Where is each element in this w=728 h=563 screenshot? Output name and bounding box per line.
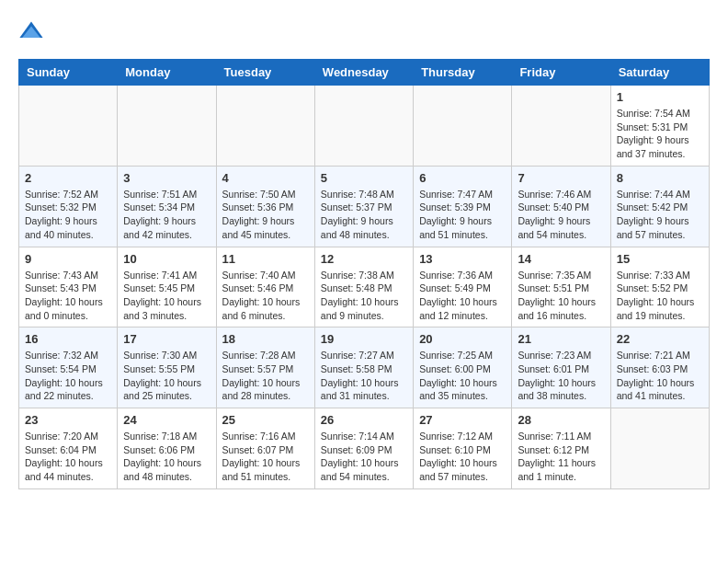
- calendar-day-cell: 12Sunrise: 7:38 AM Sunset: 5:48 PM Dayli…: [314, 247, 413, 327]
- calendar-day-cell: 5Sunrise: 7:48 AM Sunset: 5:37 PM Daylig…: [314, 166, 413, 247]
- calendar-day-cell: 21Sunrise: 7:23 AM Sunset: 6:01 PM Dayli…: [512, 327, 610, 408]
- day-number: 1: [617, 90, 703, 104]
- day-number: 21: [518, 332, 604, 346]
- day-number: 16: [25, 332, 111, 346]
- day-number: 9: [25, 252, 111, 266]
- day-info: Sunrise: 7:35 AM Sunset: 5:51 PM Dayligh…: [518, 269, 604, 323]
- calendar-day-cell: [118, 86, 216, 167]
- day-info: Sunrise: 7:16 AM Sunset: 6:07 PM Dayligh…: [222, 430, 309, 484]
- logo: [18, 18, 48, 44]
- calendar-week-row: 9Sunrise: 7:43 AM Sunset: 5:43 PM Daylig…: [19, 247, 710, 327]
- day-info: Sunrise: 7:32 AM Sunset: 5:54 PM Dayligh…: [25, 349, 111, 403]
- weekday-header-monday: Monday: [118, 60, 216, 86]
- day-info: Sunrise: 7:44 AM Sunset: 5:42 PM Dayligh…: [617, 188, 703, 242]
- day-number: 13: [419, 252, 506, 266]
- day-number: 14: [518, 252, 604, 266]
- day-info: Sunrise: 7:52 AM Sunset: 5:32 PM Dayligh…: [25, 188, 111, 242]
- calendar-day-cell: [19, 86, 118, 167]
- day-number: 6: [419, 171, 506, 185]
- day-number: 24: [123, 413, 210, 427]
- calendar-day-cell: 17Sunrise: 7:30 AM Sunset: 5:55 PM Dayli…: [118, 327, 216, 408]
- day-info: Sunrise: 7:38 AM Sunset: 5:48 PM Dayligh…: [321, 269, 407, 323]
- calendar-week-row: 16Sunrise: 7:32 AM Sunset: 5:54 PM Dayli…: [19, 327, 710, 408]
- calendar-day-cell: [512, 86, 610, 167]
- day-info: Sunrise: 7:48 AM Sunset: 5:37 PM Dayligh…: [321, 188, 407, 242]
- day-number: 20: [419, 332, 506, 346]
- day-number: 2: [25, 171, 111, 185]
- calendar-header-row: SundayMondayTuesdayWednesdayThursdayFrid…: [19, 60, 710, 86]
- day-info: Sunrise: 7:43 AM Sunset: 5:43 PM Dayligh…: [25, 269, 111, 323]
- day-info: Sunrise: 7:51 AM Sunset: 5:34 PM Dayligh…: [123, 188, 210, 242]
- calendar-day-cell: 24Sunrise: 7:18 AM Sunset: 6:06 PM Dayli…: [118, 408, 216, 489]
- calendar-day-cell: 10Sunrise: 7:41 AM Sunset: 5:45 PM Dayli…: [118, 247, 216, 327]
- calendar-day-cell: 15Sunrise: 7:33 AM Sunset: 5:52 PM Dayli…: [610, 247, 709, 327]
- calendar-table: SundayMondayTuesdayWednesdayThursdayFrid…: [18, 59, 710, 489]
- day-info: Sunrise: 7:33 AM Sunset: 5:52 PM Dayligh…: [617, 269, 703, 323]
- calendar-day-cell: 9Sunrise: 7:43 AM Sunset: 5:43 PM Daylig…: [19, 247, 118, 327]
- calendar-day-cell: 2Sunrise: 7:52 AM Sunset: 5:32 PM Daylig…: [19, 166, 118, 247]
- day-number: 3: [123, 171, 210, 185]
- day-number: 7: [518, 171, 604, 185]
- day-info: Sunrise: 7:47 AM Sunset: 5:39 PM Dayligh…: [419, 188, 506, 242]
- weekday-header-wednesday: Wednesday: [314, 60, 413, 86]
- calendar-day-cell: 28Sunrise: 7:11 AM Sunset: 6:12 PM Dayli…: [512, 408, 610, 489]
- day-info: Sunrise: 7:40 AM Sunset: 5:46 PM Dayligh…: [222, 269, 309, 323]
- day-number: 4: [222, 171, 309, 185]
- day-number: 17: [123, 332, 210, 346]
- day-info: Sunrise: 7:28 AM Sunset: 5:57 PM Dayligh…: [222, 349, 309, 403]
- day-number: 25: [222, 413, 309, 427]
- calendar-day-cell: [414, 86, 512, 167]
- day-number: 15: [617, 252, 703, 266]
- calendar-day-cell: 25Sunrise: 7:16 AM Sunset: 6:07 PM Dayli…: [216, 408, 314, 489]
- calendar-day-cell: 3Sunrise: 7:51 AM Sunset: 5:34 PM Daylig…: [118, 166, 216, 247]
- day-number: 22: [617, 332, 703, 346]
- day-number: 10: [123, 252, 210, 266]
- day-info: Sunrise: 7:18 AM Sunset: 6:06 PM Dayligh…: [123, 430, 210, 484]
- day-info: Sunrise: 7:54 AM Sunset: 5:31 PM Dayligh…: [617, 107, 703, 161]
- calendar-day-cell: 26Sunrise: 7:14 AM Sunset: 6:09 PM Dayli…: [314, 408, 413, 489]
- day-number: 18: [222, 332, 309, 346]
- calendar-day-cell: 7Sunrise: 7:46 AM Sunset: 5:40 PM Daylig…: [512, 166, 610, 247]
- day-info: Sunrise: 7:21 AM Sunset: 6:03 PM Dayligh…: [617, 349, 703, 403]
- weekday-header-tuesday: Tuesday: [216, 60, 314, 86]
- day-number: 26: [321, 413, 407, 427]
- day-number: 23: [25, 413, 111, 427]
- weekday-header-saturday: Saturday: [610, 60, 709, 86]
- calendar-week-row: 1Sunrise: 7:54 AM Sunset: 5:31 PM Daylig…: [19, 86, 710, 167]
- calendar-day-cell: 6Sunrise: 7:47 AM Sunset: 5:39 PM Daylig…: [414, 166, 512, 247]
- day-number: 19: [321, 332, 407, 346]
- day-info: Sunrise: 7:41 AM Sunset: 5:45 PM Dayligh…: [123, 269, 210, 323]
- day-info: Sunrise: 7:11 AM Sunset: 6:12 PM Dayligh…: [518, 430, 604, 484]
- calendar-day-cell: 1Sunrise: 7:54 AM Sunset: 5:31 PM Daylig…: [610, 86, 709, 167]
- calendar-day-cell: [314, 86, 413, 167]
- calendar-day-cell: 4Sunrise: 7:50 AM Sunset: 5:36 PM Daylig…: [216, 166, 314, 247]
- day-info: Sunrise: 7:50 AM Sunset: 5:36 PM Dayligh…: [222, 188, 309, 242]
- day-info: Sunrise: 7:46 AM Sunset: 5:40 PM Dayligh…: [518, 188, 604, 242]
- calendar-day-cell: [216, 86, 314, 167]
- calendar-day-cell: 8Sunrise: 7:44 AM Sunset: 5:42 PM Daylig…: [610, 166, 709, 247]
- day-info: Sunrise: 7:36 AM Sunset: 5:49 PM Dayligh…: [419, 269, 506, 323]
- day-number: 8: [617, 171, 703, 185]
- day-info: Sunrise: 7:27 AM Sunset: 5:58 PM Dayligh…: [321, 349, 407, 403]
- day-number: 12: [321, 252, 407, 266]
- weekday-header-sunday: Sunday: [19, 60, 118, 86]
- day-number: 27: [419, 413, 506, 427]
- page-header: [18, 18, 710, 44]
- day-info: Sunrise: 7:14 AM Sunset: 6:09 PM Dayligh…: [321, 430, 407, 484]
- weekday-header-friday: Friday: [512, 60, 610, 86]
- calendar-day-cell: 20Sunrise: 7:25 AM Sunset: 6:00 PM Dayli…: [414, 327, 512, 408]
- calendar-day-cell: 22Sunrise: 7:21 AM Sunset: 6:03 PM Dayli…: [610, 327, 709, 408]
- day-info: Sunrise: 7:23 AM Sunset: 6:01 PM Dayligh…: [518, 349, 604, 403]
- day-info: Sunrise: 7:25 AM Sunset: 6:00 PM Dayligh…: [419, 349, 506, 403]
- calendar-day-cell: 11Sunrise: 7:40 AM Sunset: 5:46 PM Dayli…: [216, 247, 314, 327]
- day-info: Sunrise: 7:30 AM Sunset: 5:55 PM Dayligh…: [123, 349, 210, 403]
- day-number: 28: [518, 413, 604, 427]
- calendar-day-cell: 13Sunrise: 7:36 AM Sunset: 5:49 PM Dayli…: [414, 247, 512, 327]
- day-info: Sunrise: 7:12 AM Sunset: 6:10 PM Dayligh…: [419, 430, 506, 484]
- calendar-week-row: 2Sunrise: 7:52 AM Sunset: 5:32 PM Daylig…: [19, 166, 710, 247]
- weekday-header-thursday: Thursday: [414, 60, 512, 86]
- calendar-day-cell: 18Sunrise: 7:28 AM Sunset: 5:57 PM Dayli…: [216, 327, 314, 408]
- day-info: Sunrise: 7:20 AM Sunset: 6:04 PM Dayligh…: [25, 430, 111, 484]
- calendar-day-cell: 19Sunrise: 7:27 AM Sunset: 5:58 PM Dayli…: [314, 327, 413, 408]
- day-number: 11: [222, 252, 309, 266]
